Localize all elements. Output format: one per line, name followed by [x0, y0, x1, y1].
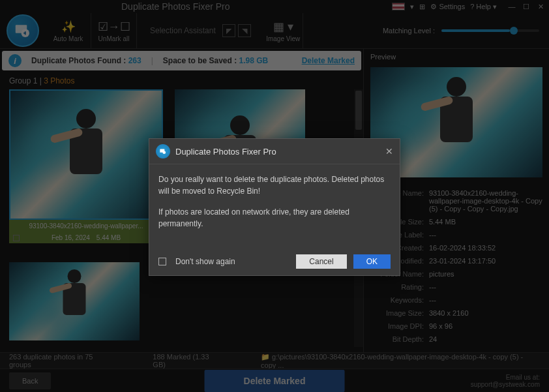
dialog-logo-icon — [156, 144, 170, 158]
svg-point-3 — [162, 151, 166, 154]
dont-show-checkbox[interactable] — [158, 258, 166, 265]
dialog-cancel-button[interactable]: Cancel — [296, 254, 346, 269]
dialog-ok-button[interactable]: OK — [353, 254, 391, 269]
dont-show-label: Don't show again — [175, 257, 235, 266]
dialog-title: Duplicate Photos Fixer Pro — [175, 147, 276, 157]
dialog-body: Do you really want to delete the duplica… — [149, 164, 400, 248]
dialog-close-button[interactable]: ✕ — [385, 146, 393, 157]
confirm-dialog: Duplicate Photos Fixer Pro ✕ Do you real… — [149, 138, 400, 276]
